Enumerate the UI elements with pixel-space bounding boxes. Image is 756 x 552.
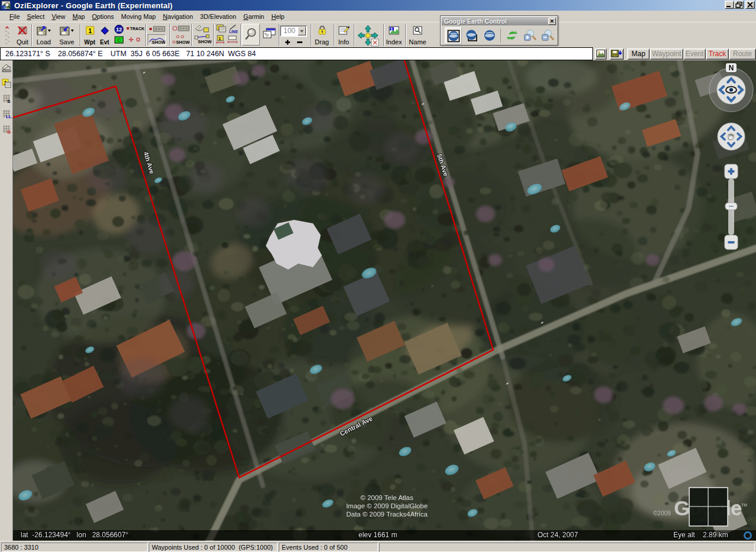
svg-text:Image © 2009 DigitalGlobe: Image © 2009 DigitalGlobe: [346, 502, 428, 509]
svg-text:G: G: [7, 129, 11, 135]
svg-text:12: 12: [116, 27, 122, 33]
svg-text:Eye alt 2.89 km: Eye alt 2.89 km: [673, 531, 728, 539]
svg-text:SHOW: SHOW: [176, 40, 190, 45]
svg-text:TRACK: TRACK: [130, 27, 145, 31]
svg-text:G: G: [4, 6, 7, 9]
svg-text:© 2009 Tele Atlas: © 2009 Tele Atlas: [360, 494, 413, 501]
svg-text:1: 1: [219, 37, 221, 41]
svg-text:C: C: [117, 37, 121, 43]
svg-text:N: N: [729, 64, 734, 72]
svg-text:Oct 24, 2007: Oct 24, 2007: [537, 531, 578, 539]
svg-text:lat -26.123494° lon 28.05: lat -26.123494° lon 28.056607°: [21, 531, 129, 539]
svg-text:1: 1: [390, 27, 393, 31]
svg-text:©2009: ©2009: [653, 510, 671, 517]
svg-text:LINE: LINE: [229, 30, 238, 34]
svg-text:elev 1661 m: elev 1661 m: [359, 531, 397, 539]
svg-text:TM: TM: [741, 503, 747, 507]
svg-text:LL: LL: [6, 114, 12, 119]
svg-text:S: S: [7, 99, 11, 104]
svg-text:Data © 2009 Tracks4Africa: Data © 2009 Tracks4Africa: [346, 511, 428, 518]
svg-text:1: 1: [88, 28, 92, 34]
svg-text:SHOW: SHOW: [198, 39, 211, 44]
svg-text:SHOW: SHOW: [152, 40, 165, 45]
